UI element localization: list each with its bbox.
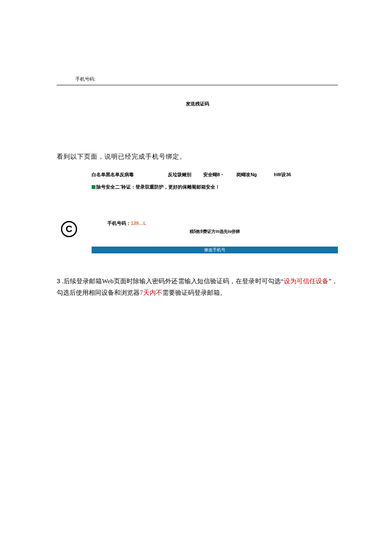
paragraph-bound-complete: 看到以下页面，说明已经完成手机号绑定。 [57,153,186,161]
tab-antispam[interactable]: 反垃圾鳅别 [168,171,191,178]
tab-device[interactable]: hW设36 [274,171,291,178]
phone-label: 手机号码: [57,76,338,85]
bound-phone-display: 手机号码：139…L [107,220,146,227]
tab-whitelist[interactable]: 白名单黑名单反病毒 [92,171,134,178]
phone-input-section: 手机号码: 发送残证码 [57,76,338,107]
copyright-icon: C [61,221,77,237]
verify-note: 税5效8费证方m选先is侪绑 [92,229,338,235]
tab-attack[interactable]: 岗蝴攻Ng [236,171,257,178]
bound-phone-number: 139…L [131,221,146,226]
tab-security[interactable]: 安全蝴8・ [203,171,225,178]
paragraph-step-3: 3 .后续登录邮箱Web页面时除输入密码外还需输入短信验证码，在登录时可勾选“设… [57,275,338,299]
change-phone-button[interactable]: 修改手机号 [92,247,338,253]
security-tip: 除号安全二ˆ聆证：登录双重防护，更好的保雕菊邮箱安全！ [92,184,338,190]
seven-days-text: 7天内不 [140,289,162,296]
divider [57,85,338,85]
send-code-button[interactable]: 发送残证码 [57,101,338,107]
green-square-icon [92,185,95,189]
security-tip-text: 除号安全二ˆ聆证：登录双重防护，更好的保雕菊邮箱安全！ [96,184,220,190]
settings-panel: 白名单黑名单反病毒 反垃圾鳅别 安全蝴8・ 岗蝴攻Ng hW设36 除号安全二ˆ… [92,170,338,190]
trusted-device-text: 设为可信任设备 [284,278,329,285]
bound-phone-label: 手机号码： [107,221,131,226]
tab-row: 白名单黑名单反病毒 反垃圾鳅别 安全蝴8・ 岗蝴攻Ng hW设36 [92,170,338,178]
